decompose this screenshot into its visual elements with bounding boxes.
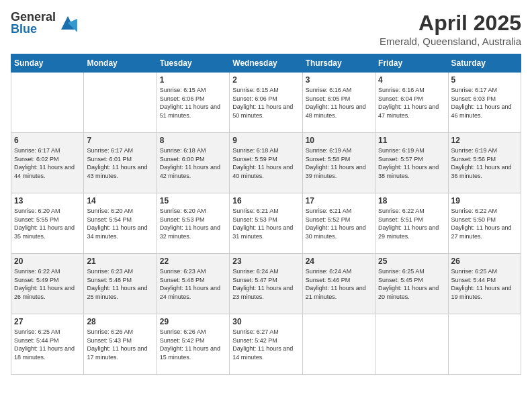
day-number: 9 xyxy=(232,136,299,145)
day-info: Sunrise: 6:22 AM Sunset: 5:51 PM Dayligh… xyxy=(378,207,445,240)
day-number: 7 xyxy=(87,136,153,145)
day-info: Sunrise: 6:20 AM Sunset: 5:54 PM Dayligh… xyxy=(87,207,153,240)
day-info: Sunrise: 6:24 AM Sunset: 5:47 PM Dayligh… xyxy=(232,267,299,301)
day-number: 27 xyxy=(14,317,81,326)
day-number: 25 xyxy=(378,257,445,266)
day-info: Sunrise: 6:27 AM Sunset: 5:42 PM Dayligh… xyxy=(232,328,299,361)
calendar-cell: 8Sunrise: 6:18 AM Sunset: 6:00 PM Daylig… xyxy=(157,133,229,193)
calendar-cell: 14Sunrise: 6:20 AM Sunset: 5:54 PM Dayli… xyxy=(84,193,157,254)
calendar-cell: 1Sunrise: 6:15 AM Sunset: 6:06 PM Daylig… xyxy=(157,73,229,133)
logo: General Blue xyxy=(11,11,77,35)
day-info: Sunrise: 6:19 AM Sunset: 5:57 PM Dayligh… xyxy=(378,146,445,180)
day-number: 8 xyxy=(160,136,226,145)
day-info: Sunrise: 6:26 AM Sunset: 5:43 PM Dayligh… xyxy=(87,328,153,361)
calendar-cell: 26Sunrise: 6:25 AM Sunset: 5:44 PM Dayli… xyxy=(448,254,521,314)
day-number: 26 xyxy=(451,257,518,266)
day-number: 22 xyxy=(160,257,226,266)
day-info: Sunrise: 6:25 AM Sunset: 5:44 PM Dayligh… xyxy=(14,328,81,361)
calendar-cell: 5Sunrise: 6:17 AM Sunset: 6:03 PM Daylig… xyxy=(448,73,521,133)
day-number: 28 xyxy=(87,317,153,326)
week-row-2: 6Sunrise: 6:17 AM Sunset: 6:02 PM Daylig… xyxy=(11,133,521,193)
calendar-cell: 13Sunrise: 6:20 AM Sunset: 5:55 PM Dayli… xyxy=(11,193,84,254)
day-number: 19 xyxy=(451,196,518,205)
day-info: Sunrise: 6:22 AM Sunset: 5:50 PM Dayligh… xyxy=(451,207,518,240)
day-info: Sunrise: 6:23 AM Sunset: 5:48 PM Dayligh… xyxy=(160,267,226,301)
day-number: 10 xyxy=(306,136,372,145)
calendar-cell: 3Sunrise: 6:16 AM Sunset: 6:05 PM Daylig… xyxy=(302,73,375,133)
month-title: April 2025 xyxy=(380,11,521,36)
calendar-cell xyxy=(11,73,84,133)
day-number: 21 xyxy=(87,257,153,266)
day-info: Sunrise: 6:16 AM Sunset: 6:05 PM Dayligh… xyxy=(306,86,372,120)
day-info: Sunrise: 6:21 AM Sunset: 5:53 PM Dayligh… xyxy=(232,207,299,240)
day-info: Sunrise: 6:21 AM Sunset: 5:52 PM Dayligh… xyxy=(306,207,372,240)
calendar-cell: 10Sunrise: 6:19 AM Sunset: 5:58 PM Dayli… xyxy=(302,133,375,193)
day-info: Sunrise: 6:19 AM Sunset: 5:58 PM Dayligh… xyxy=(306,146,372,180)
calendar-cell: 7Sunrise: 6:17 AM Sunset: 6:01 PM Daylig… xyxy=(84,133,157,193)
day-number: 5 xyxy=(451,75,518,85)
day-number: 14 xyxy=(87,196,153,205)
day-number: 24 xyxy=(306,257,372,266)
calendar-cell: 29Sunrise: 6:26 AM Sunset: 5:42 PM Dayli… xyxy=(157,314,229,375)
day-number: 11 xyxy=(378,136,445,145)
week-row-5: 27Sunrise: 6:25 AM Sunset: 5:44 PM Dayli… xyxy=(11,314,521,375)
day-info: Sunrise: 6:19 AM Sunset: 5:56 PM Dayligh… xyxy=(451,146,518,180)
day-info: Sunrise: 6:16 AM Sunset: 6:04 PM Dayligh… xyxy=(378,86,445,120)
weekday-header-thursday: Thursday xyxy=(302,54,375,73)
day-number: 18 xyxy=(378,196,445,205)
week-row-3: 13Sunrise: 6:20 AM Sunset: 5:55 PM Dayli… xyxy=(11,193,521,254)
logo-icon xyxy=(58,13,77,32)
day-number: 6 xyxy=(14,136,81,145)
day-number: 15 xyxy=(160,196,226,205)
calendar-cell: 17Sunrise: 6:21 AM Sunset: 5:52 PM Dayli… xyxy=(302,193,375,254)
day-info: Sunrise: 6:17 AM Sunset: 6:02 PM Dayligh… xyxy=(14,146,81,180)
calendar-cell: 9Sunrise: 6:18 AM Sunset: 5:59 PM Daylig… xyxy=(230,133,302,193)
day-info: Sunrise: 6:18 AM Sunset: 5:59 PM Dayligh… xyxy=(232,146,299,180)
day-number: 23 xyxy=(232,257,299,266)
calendar-cell: 28Sunrise: 6:26 AM Sunset: 5:43 PM Dayli… xyxy=(84,314,157,375)
day-number: 1 xyxy=(160,75,226,85)
day-number: 2 xyxy=(232,75,299,85)
day-number: 13 xyxy=(14,196,81,205)
day-number: 29 xyxy=(160,317,226,326)
day-number: 3 xyxy=(306,75,372,85)
calendar-cell: 23Sunrise: 6:24 AM Sunset: 5:47 PM Dayli… xyxy=(230,254,302,314)
calendar-cell: 19Sunrise: 6:22 AM Sunset: 5:50 PM Dayli… xyxy=(448,193,521,254)
day-number: 16 xyxy=(232,196,299,205)
calendar-cell: 11Sunrise: 6:19 AM Sunset: 5:57 PM Dayli… xyxy=(375,133,448,193)
day-info: Sunrise: 6:15 AM Sunset: 6:06 PM Dayligh… xyxy=(160,86,226,120)
day-info: Sunrise: 6:23 AM Sunset: 5:48 PM Dayligh… xyxy=(87,267,153,301)
calendar-cell xyxy=(375,314,448,375)
week-row-4: 20Sunrise: 6:22 AM Sunset: 5:49 PM Dayli… xyxy=(11,254,521,314)
day-info: Sunrise: 6:17 AM Sunset: 6:01 PM Dayligh… xyxy=(87,146,153,180)
weekday-header-saturday: Saturday xyxy=(448,54,521,73)
calendar-cell: 6Sunrise: 6:17 AM Sunset: 6:02 PM Daylig… xyxy=(11,133,84,193)
day-info: Sunrise: 6:20 AM Sunset: 5:55 PM Dayligh… xyxy=(14,207,81,240)
calendar-cell: 2Sunrise: 6:15 AM Sunset: 6:06 PM Daylig… xyxy=(230,73,302,133)
weekday-header-monday: Monday xyxy=(84,54,157,73)
weekday-header-friday: Friday xyxy=(375,54,448,73)
calendar-cell: 15Sunrise: 6:20 AM Sunset: 5:53 PM Dayli… xyxy=(157,193,229,254)
day-info: Sunrise: 6:26 AM Sunset: 5:42 PM Dayligh… xyxy=(160,328,226,361)
weekday-header-tuesday: Tuesday xyxy=(157,54,229,73)
title-area: April 2025 Emerald, Queensland, Australi… xyxy=(380,11,521,47)
day-info: Sunrise: 6:20 AM Sunset: 5:53 PM Dayligh… xyxy=(160,207,226,240)
week-row-1: 1Sunrise: 6:15 AM Sunset: 6:06 PM Daylig… xyxy=(11,73,521,133)
calendar-cell xyxy=(302,314,375,375)
weekday-header-wednesday: Wednesday xyxy=(230,54,302,73)
calendar-cell: 18Sunrise: 6:22 AM Sunset: 5:51 PM Dayli… xyxy=(375,193,448,254)
calendar: SundayMondayTuesdayWednesdayThursdayFrid… xyxy=(11,54,521,375)
day-number: 4 xyxy=(378,75,445,85)
calendar-cell: 30Sunrise: 6:27 AM Sunset: 5:42 PM Dayli… xyxy=(230,314,302,375)
day-info: Sunrise: 6:24 AM Sunset: 5:46 PM Dayligh… xyxy=(306,267,372,301)
calendar-cell: 25Sunrise: 6:25 AM Sunset: 5:45 PM Dayli… xyxy=(375,254,448,314)
weekday-header-sunday: Sunday xyxy=(11,54,84,73)
day-number: 30 xyxy=(232,317,299,326)
day-info: Sunrise: 6:18 AM Sunset: 6:00 PM Dayligh… xyxy=(160,146,226,180)
calendar-cell: 24Sunrise: 6:24 AM Sunset: 5:46 PM Dayli… xyxy=(302,254,375,314)
calendar-cell: 16Sunrise: 6:21 AM Sunset: 5:53 PM Dayli… xyxy=(230,193,302,254)
logo-general-text: General xyxy=(11,11,56,23)
calendar-cell: 22Sunrise: 6:23 AM Sunset: 5:48 PM Dayli… xyxy=(157,254,229,314)
day-info: Sunrise: 6:25 AM Sunset: 5:45 PM Dayligh… xyxy=(378,267,445,301)
calendar-cell xyxy=(84,73,157,133)
